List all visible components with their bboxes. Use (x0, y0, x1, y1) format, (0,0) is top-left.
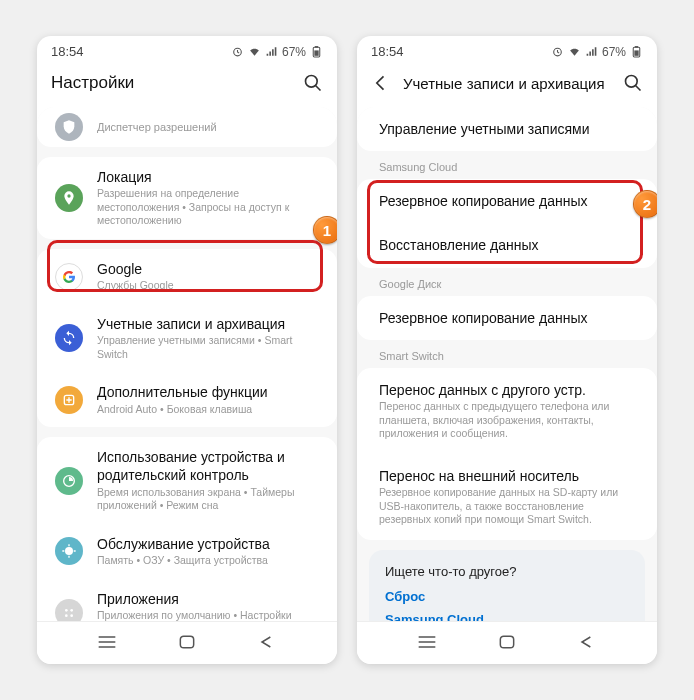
navbar (37, 621, 337, 664)
svg-point-11 (65, 614, 68, 617)
svg-point-8 (65, 547, 73, 555)
phone-settings-main: 18:54 67% Настройки Диспетчер разрешений (37, 36, 337, 664)
battery-text: 67% (602, 45, 626, 59)
back-button[interactable] (257, 634, 277, 650)
status-icons: 67% (231, 45, 323, 59)
row-backup-data-sc[interactable]: Резервное копирование данных (357, 179, 657, 223)
section-google-drive: Google Диск (357, 268, 657, 296)
row-transfer-external[interactable]: Перенос на внешний носитель Резервное ко… (357, 454, 657, 540)
status-time: 18:54 (51, 44, 84, 59)
looking-for-box: Ищете что-то другое? Сброс Samsung Cloud (369, 550, 645, 621)
item-sub: Резервное копирование данных на SD-карту… (379, 486, 635, 527)
alarm-icon (551, 45, 564, 58)
status-time: 18:54 (371, 44, 404, 59)
svg-point-9 (65, 609, 68, 612)
item-sub: Android Auto • Боковая клавиша (97, 403, 319, 417)
item-sub: Управление учетными записями • Smart Swi… (97, 334, 319, 361)
wifi-icon (248, 45, 261, 58)
recents-button[interactable] (97, 634, 117, 650)
item-sub: Перенос данных с предыдущего телефона ил… (379, 400, 635, 441)
device-care-icon (55, 537, 83, 565)
svg-rect-15 (180, 636, 193, 648)
statusbar: 18:54 67% (357, 36, 657, 63)
status-icons: 67% (551, 45, 643, 59)
item-title: Резервное копирование данных (379, 192, 635, 210)
signal-icon (585, 45, 598, 58)
back-icon[interactable] (371, 73, 391, 93)
item-sub: Приложения по умолчанию • Настройки прил… (97, 609, 319, 621)
recents-button[interactable] (417, 634, 437, 650)
battery-text: 67% (282, 45, 306, 59)
item-title: Google (97, 260, 319, 278)
alarm-icon (231, 45, 244, 58)
phone-accounts-backup: 18:54 67% Учетные записи и архивация Упр… (357, 36, 657, 664)
row-backup-data-gd[interactable]: Резервное копирование данных (357, 296, 657, 340)
item-title: Перенос данных с другого устр. (379, 381, 635, 399)
item-title: Использование устройства и родительский … (97, 448, 319, 484)
sync-icon (55, 324, 83, 352)
item-title: Резервное копирование данных (379, 309, 635, 327)
item-sub: Память • ОЗУ • Защита устройства (97, 554, 319, 568)
svg-point-5 (67, 194, 70, 197)
page-title: Учетные записи и архивация (403, 75, 611, 92)
search-icon[interactable] (623, 73, 643, 93)
home-button[interactable] (497, 634, 517, 650)
battery-icon (310, 45, 323, 58)
svg-rect-2 (315, 46, 318, 48)
list-item-accounts-backup[interactable]: Учетные записи и архивация Управление уч… (37, 304, 337, 372)
navbar (357, 621, 657, 664)
search-icon[interactable] (303, 73, 323, 93)
list-item-advanced[interactable]: Дополнительные функции Android Auto • Бо… (37, 372, 337, 427)
item-title: Управление учетными записями (379, 120, 635, 138)
row-restore-data[interactable]: Восстановление данных (357, 223, 657, 267)
item-sub: Службы Google (97, 279, 319, 293)
link-reset[interactable]: Сброс (385, 589, 629, 604)
header: Учетные записи и архивация (357, 63, 657, 107)
svg-rect-19 (634, 50, 638, 55)
google-icon (55, 263, 83, 291)
item-title: Обслуживание устройства (97, 535, 319, 553)
item-title: Приложения (97, 590, 319, 608)
list-item-device-care[interactable]: Обслуживание устройства Память • ОЗУ • З… (37, 524, 337, 579)
section-smart-switch: Smart Switch (357, 340, 657, 368)
battery-icon (630, 45, 643, 58)
settings-list: Диспетчер разрешений Локация Разрешения … (37, 107, 337, 621)
accounts-list: Управление учетными записями Samsung Clo… (357, 107, 657, 621)
wifi-icon (568, 45, 581, 58)
svg-point-20 (626, 76, 638, 88)
section-samsung-cloud: Samsung Cloud (357, 151, 657, 179)
plus-icon (55, 386, 83, 414)
svg-rect-21 (500, 636, 513, 648)
apps-icon (55, 599, 83, 621)
item-title: Дополнительные функции (97, 383, 319, 401)
item-sub: Диспетчер разрешений (97, 120, 319, 134)
list-item-wellbeing[interactable]: Использование устройства и родительский … (37, 437, 337, 524)
step-badge-1: 1 (313, 216, 337, 244)
item-sub: Время использования экрана • Таймеры при… (97, 486, 319, 513)
link-samsung-cloud[interactable]: Samsung Cloud (385, 612, 629, 621)
step-badge-2: 2 (633, 190, 657, 218)
wellbeing-icon (55, 467, 83, 495)
item-title: Перенос на внешний носитель (379, 467, 635, 485)
row-transfer-from-device[interactable]: Перенос данных с другого устр. Перенос д… (357, 368, 657, 454)
location-icon (55, 184, 83, 212)
list-item-location[interactable]: Локация Разрешения на определение местоп… (37, 157, 337, 239)
list-item-google[interactable]: Google Службы Google (37, 249, 337, 304)
item-title: Учетные записи и архивация (97, 315, 319, 333)
back-button[interactable] (577, 634, 597, 650)
svg-rect-18 (635, 46, 638, 48)
svg-point-12 (70, 614, 73, 617)
shield-icon (55, 113, 83, 141)
header: Настройки (37, 63, 337, 107)
home-button[interactable] (177, 634, 197, 650)
item-sub: Разрешения на определение местоположения… (97, 187, 319, 228)
svg-point-4 (306, 76, 318, 88)
row-manage-accounts[interactable]: Управление учетными записями (357, 107, 657, 151)
looking-for-question: Ищете что-то другое? (385, 564, 629, 579)
signal-icon (265, 45, 278, 58)
list-item-permissions[interactable]: Диспетчер разрешений (37, 107, 337, 147)
statusbar: 18:54 67% (37, 36, 337, 63)
list-item-apps[interactable]: Приложения Приложения по умолчанию • Нас… (37, 579, 337, 621)
svg-rect-3 (314, 50, 318, 55)
item-title: Восстановление данных (379, 236, 635, 254)
